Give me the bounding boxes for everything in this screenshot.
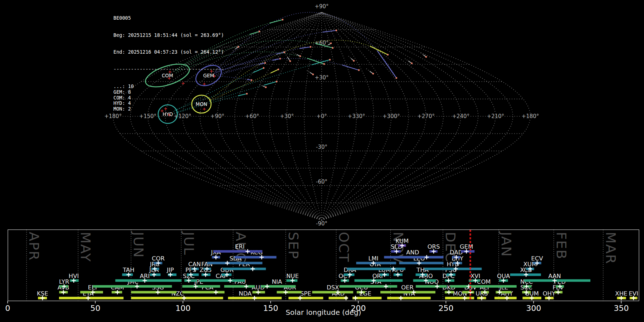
equator-label: +60° bbox=[245, 113, 259, 119]
meteor-endpoint bbox=[323, 63, 325, 65]
shower-label: XVI bbox=[470, 273, 480, 279]
equator-label: +270° bbox=[417, 113, 435, 119]
equator-label: +30° bbox=[280, 113, 294, 119]
month-label: JUN bbox=[131, 231, 146, 258]
timeline-chart: APRMAYJUNJULAUGSEPOCTNOVDECJANFEBMARKSEE… bbox=[5, 230, 639, 317]
count-line: COM: 4 bbox=[113, 95, 224, 101]
latitude-label: -60° bbox=[316, 179, 327, 185]
peak-marker bbox=[252, 296, 257, 300]
meteor-streak bbox=[238, 94, 247, 96]
x-tick-label: 100 bbox=[175, 304, 190, 313]
latitude-label: +90° bbox=[314, 3, 328, 10]
peak-marker bbox=[228, 278, 232, 283]
shower-bar bbox=[384, 256, 443, 258]
shower-label: OHY bbox=[543, 290, 556, 297]
shower-label: HVI bbox=[69, 273, 79, 279]
meteor-streak bbox=[253, 68, 264, 73]
shower-bar bbox=[224, 285, 255, 288]
shower-label: CAN bbox=[188, 261, 201, 268]
meteor-streak bbox=[271, 69, 278, 73]
meteor-endpoint bbox=[411, 63, 413, 64]
shower-bar bbox=[380, 291, 435, 293]
shower-bar bbox=[387, 297, 431, 299]
shower-label: QUA bbox=[497, 273, 510, 279]
shower-label: SPE bbox=[300, 290, 311, 297]
equator-label: +240° bbox=[452, 113, 469, 119]
meteor-endpoint bbox=[387, 54, 389, 56]
month-label: JAN bbox=[498, 231, 514, 257]
shower-label: DSX bbox=[327, 284, 339, 291]
meteor-endpoint bbox=[425, 56, 427, 58]
month-label: MAY bbox=[78, 232, 93, 262]
shower-bar bbox=[199, 279, 244, 282]
observation-info: BE0005 Beg: 20251215 18:51:44 (sol = 263… bbox=[113, 4, 224, 123]
meteor-endpoint bbox=[276, 81, 278, 83]
x-tick-label: 0 bbox=[5, 304, 10, 313]
shower-label: KSE bbox=[37, 290, 48, 297]
count-line: ...: 10 bbox=[113, 84, 224, 89]
meteor-endpoint bbox=[396, 77, 397, 79]
shower-label: EVI bbox=[629, 290, 638, 297]
radiant-plot-canvas: +180°+150°+120°+90°+60°+30°+0°+330°+300°… bbox=[0, 0, 644, 322]
shower-label: NUE bbox=[286, 273, 299, 279]
shower-bar bbox=[424, 268, 482, 270]
shower-label: ARI bbox=[140, 273, 150, 279]
shower-label: AND bbox=[406, 249, 419, 256]
count-line: HYD: 4 bbox=[113, 101, 224, 106]
meteor-streak bbox=[322, 30, 336, 32]
shower-label: NDA bbox=[239, 290, 252, 297]
shower-label: ECV bbox=[531, 255, 543, 262]
x-tick-label: 300 bbox=[526, 304, 541, 313]
shower-label: LMI bbox=[368, 255, 378, 262]
equator-label: +0° bbox=[316, 113, 327, 119]
latitude-label: -30° bbox=[316, 144, 327, 150]
shower-bar bbox=[355, 279, 403, 282]
shower-bar bbox=[399, 262, 444, 264]
month-label: JUL bbox=[181, 231, 197, 255]
meteor-endpoint bbox=[251, 79, 253, 81]
shower-label: NIA bbox=[272, 278, 282, 285]
meteor-streak bbox=[273, 59, 280, 60]
shower-bar bbox=[339, 285, 397, 288]
shower-label: COR bbox=[152, 255, 165, 262]
equator-label: +180° bbox=[522, 113, 539, 119]
shower-label: ORS bbox=[428, 243, 440, 250]
count-line: MON: 2 bbox=[113, 106, 224, 112]
month-label: FEB bbox=[553, 232, 569, 260]
meteor-endpoint bbox=[332, 47, 334, 49]
peak-marker bbox=[399, 296, 403, 300]
peak-marker bbox=[353, 296, 358, 300]
meteor-streak bbox=[249, 31, 259, 34]
meteor-endpoint bbox=[299, 55, 301, 57]
shower-bar bbox=[288, 297, 323, 299]
meteor-endpoint bbox=[329, 59, 331, 61]
peak-marker bbox=[214, 290, 218, 294]
meteor-trail bbox=[214, 47, 311, 74]
latitude-label: +30° bbox=[314, 74, 328, 81]
meteor-endpoint bbox=[265, 87, 267, 88]
meteor-endpoint bbox=[238, 46, 239, 48]
equator-label: +210° bbox=[487, 113, 504, 119]
meteor-endpoint bbox=[336, 30, 337, 31]
app-window: +180°+150°+120°+90°+60°+30°+0°+330°+300°… bbox=[0, 0, 644, 322]
end-time: End: 20251216 04:57:23 (sol = 264.12°) bbox=[113, 49, 224, 55]
month-label: OCT bbox=[336, 232, 352, 263]
shower-label: GEM bbox=[460, 243, 473, 250]
meteor-trail bbox=[215, 12, 396, 78]
shower-bar bbox=[234, 256, 276, 258]
peak-marker bbox=[265, 284, 269, 288]
grid-meridian bbox=[217, 13, 322, 220]
meteor-streak bbox=[264, 82, 277, 85]
month-label: SEP bbox=[286, 232, 301, 259]
shower-bar bbox=[131, 297, 223, 299]
shower-bar bbox=[182, 291, 224, 293]
shower-label: JIP bbox=[166, 267, 174, 273]
shower-bar bbox=[524, 279, 590, 282]
meteor-endpoint bbox=[312, 74, 314, 75]
peak-marker bbox=[250, 267, 255, 271]
meteor-endpoint bbox=[259, 31, 260, 33]
shower-bar bbox=[131, 291, 176, 293]
shower-bar bbox=[182, 285, 220, 288]
shower-bar bbox=[115, 279, 181, 282]
shower-bar bbox=[59, 297, 123, 299]
